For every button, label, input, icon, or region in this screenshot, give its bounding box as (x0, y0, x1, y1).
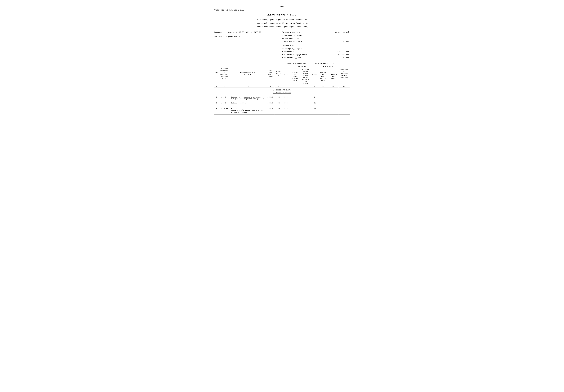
avto-value: 3,09 руб. (337, 51, 350, 54)
row2-vsego2: I2 (311, 101, 318, 107)
row1-eksp2: – (328, 95, 338, 101)
smetnaya-value: 30,88 тнс.руб. (335, 31, 350, 34)
m2-value: 104,68 руб. (337, 54, 350, 56)
th-num: №№пп (214, 62, 219, 85)
row3-kol: 0,35 (275, 107, 282, 115)
row3-vsego2: 47 (311, 107, 318, 115)
m3-value: 16,60 руб. (338, 56, 350, 59)
pokazateli-value: тнс.руб. (341, 40, 350, 43)
th-kol: Коли-чест-во (275, 62, 282, 85)
th-preis: № прейс-курантов,УСН,расценок,ценникови … (219, 62, 230, 85)
m2-label: I м2 общей площади здания (282, 54, 308, 56)
smetnaya-label: Сметная стоимость (282, 31, 300, 34)
th-vtomchisle2: В том числе (318, 65, 338, 68)
subtitle-line3: на общестроительные работы производствен… (214, 26, 350, 28)
th-stoimost-total: Общая стоимость , руб. (311, 62, 338, 65)
row3-num: 3 (214, 107, 219, 115)
row2-num: 2 (214, 101, 219, 107)
row2-osnov2: – (318, 101, 328, 107)
subtitle-line2: пропускной способностью 10 тыс.автомобил… (214, 22, 350, 25)
table-row: 2 I-240 I-29-II Добавить на 90 м 1000м3 … (214, 101, 350, 107)
col-num-12: I2 (338, 85, 350, 88)
col-num-4: 4 (266, 85, 275, 88)
table-col-nums-row: I 2 3 4 5 6 7 8 9 I0 II I2 (214, 85, 350, 88)
row1-eksp1: – (300, 95, 311, 101)
table-row: I I-233 I-29-4 Срезка растительного слоя… (214, 95, 350, 101)
th-osnov1: Основ-наязара-ботнаяплата (290, 68, 300, 85)
row1-preis: I-233 I-29-4 (219, 95, 230, 101)
section-a-label: А. ПОДЗЕМНАЯ ЧАСТЬ (214, 88, 350, 91)
row2-norm: – (338, 101, 350, 107)
m2-row: I м2 общей площади здания 104,68 руб. (282, 54, 350, 56)
album-reference: Альбом VII ч.I т.п. 503-9-9.85 (214, 9, 350, 11)
th-ed: Еди-ницаизме-рения (266, 62, 275, 85)
info-right: Сметная стоимость 30,88 тнс.руб. Нормати… (282, 31, 350, 59)
row2-eksp2: – (328, 101, 338, 107)
col-num-5: 5 (275, 85, 282, 88)
col-num-2: 2 (219, 85, 230, 88)
row2-preis: I-240 I-29-II (219, 101, 230, 107)
col-num-9: 9 (311, 85, 318, 88)
row1-ed: 1000м3 (266, 95, 275, 101)
m3-row: I м3 объема здания 16,60 руб. (282, 56, 350, 59)
row3-eksp2: – (328, 107, 338, 115)
row1-name: Срезка растительного слоя земли бульдозе… (230, 95, 266, 101)
th-osnov2: основ-нойзара-ботнойплаты (318, 68, 328, 85)
document-title: ЛОКАЛЬНАЯ СМЕТА № I-I (214, 14, 350, 16)
main-table: №№пп № прейс-курантов,УСН,расценок,ценни… (214, 62, 350, 115)
table-row: 3 I-56 I-II-I4 Разработка грунта экскава… (214, 107, 350, 115)
row3-ed: 1000м3 (266, 107, 275, 115)
subtitle-line1: к типовому проекту диагностической станц… (214, 18, 350, 21)
th-name: Наименование работи затрат (230, 62, 266, 85)
stoimost-row: Стоимость наРасчетную единицу – (282, 44, 350, 50)
row3-osnov2: – (318, 107, 328, 115)
sost-row: Составлена в ценах 1984 г. (214, 35, 275, 38)
col-num-7: 7 (290, 85, 300, 88)
sost-label: Составлена в ценах 1984 г. (214, 36, 241, 38)
osnov-value: чертежи № КЖI-II, АРI-4, КЖII-50 (228, 31, 261, 33)
row1-osnov2: – (318, 95, 328, 101)
col-num-6: 6 (282, 85, 290, 88)
th-stoimost-unit: Стоимость единицы, руб. (282, 62, 311, 65)
row2-name: Добавить на 90 м (230, 101, 266, 107)
row1-osnov1: – (290, 95, 300, 101)
row3-name: Разработка грунта экскаватора-ми в отвал… (230, 107, 266, 115)
avto-label: I автомобиль (282, 51, 295, 54)
page-number: -10- (214, 6, 350, 8)
row1-vsego1: I9,40 (282, 95, 290, 101)
m3-label: I м3 объема здания (282, 56, 301, 59)
section-a-header: А. ПОДЗЕМНАЯ ЧАСТЬ (214, 88, 350, 91)
info-left: Основание чертежи № КЖI-II, АРI-4, КЖII-… (214, 31, 275, 59)
norm-label: Нормативно-условно-чистая продукция (282, 34, 302, 40)
row1-vsego2: 2 (311, 95, 318, 101)
avto-row: I автомобиль 3,09 руб. (282, 51, 350, 54)
th-vtomchisle1: В том числе (290, 65, 311, 68)
th-vsego1: Всего (282, 65, 290, 85)
stoimost-label: Стоимость наРасчетную единицу – (282, 45, 302, 50)
th-eksp2: эксплуа-тациимашин (328, 68, 338, 85)
row2-eksp1: – (300, 101, 311, 107)
col-num-1: I (214, 85, 219, 88)
row1-norm: – (338, 95, 350, 101)
row2-vsego1: I54,0 (282, 101, 290, 107)
osnov-row: Основание чертежи № КЖI-II, АРI-4, КЖII-… (214, 31, 275, 34)
row2-kol: 0,08 (275, 101, 282, 107)
row1-num: I (214, 95, 219, 101)
col-num-3: 3 (230, 85, 266, 88)
th-eksp1: эксплуа-тациямашинв томчислезаработ-наяп… (300, 68, 311, 85)
th-norm: Норматив-нойусловно-чистойпродукции (338, 62, 350, 85)
pokazateli-row: Показатели по смете. тнс.руб. (282, 40, 350, 43)
col-num-8: 8 (300, 85, 311, 88)
smetnaya-row: Сметная стоимость 30,88 тнс.руб. (282, 31, 350, 34)
row2-ed: 1000м3 (266, 101, 275, 107)
col-num-11: II (328, 85, 338, 88)
table-header-row1: №№пп № прейс-курантов,УСН,расценок,ценни… (214, 62, 350, 65)
subsection-1-header: I. Земляные работы (214, 91, 350, 95)
col-num-10: I0 (318, 85, 328, 88)
row3-norm: – (338, 107, 350, 115)
th-vsego2: Всего (311, 65, 318, 85)
row3-preis: I-56 I-II-I4 (219, 107, 230, 115)
subsection-1-label: I. Земляные работы (214, 91, 350, 95)
row2-osnov1: – (290, 101, 300, 107)
row3-eksp1: – (300, 107, 311, 115)
